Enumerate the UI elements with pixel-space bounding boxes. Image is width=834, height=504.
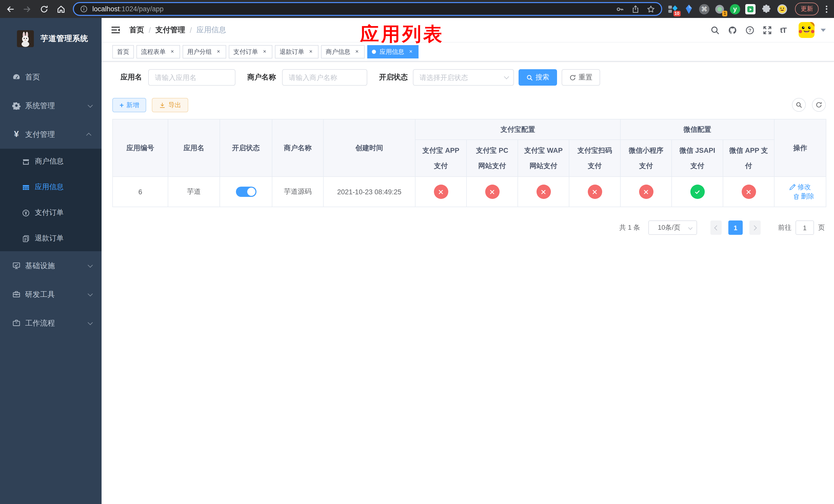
- search-button[interactable]: 搜索: [519, 69, 557, 86]
- navbar-actions: ? tT: [710, 22, 826, 38]
- tag-merchant-info[interactable]: 商户信息: [321, 45, 365, 59]
- merchant-name-input[interactable]: [282, 69, 367, 86]
- share-icon[interactable]: [631, 5, 640, 13]
- sidebar-item-label: 研发工具: [25, 290, 88, 299]
- next-page-button[interactable]: [749, 221, 761, 235]
- status-label: 开启状态: [379, 73, 408, 82]
- back-button[interactable]: [6, 4, 15, 14]
- status-check-icon: [690, 185, 704, 199]
- collapse-sidebar-button[interactable]: [111, 25, 120, 35]
- caret-down-icon[interactable]: [821, 28, 826, 31]
- col-header-created: 创建时间: [323, 119, 415, 177]
- extension-puzzle-icon[interactable]: [761, 3, 772, 15]
- trash-icon: [793, 193, 799, 200]
- extension-recorder-icon[interactable]: 1: [714, 3, 725, 15]
- close-icon[interactable]: [169, 49, 175, 55]
- sidebar-item-devtools[interactable]: 研发工具: [0, 280, 102, 308]
- edit-link[interactable]: 修改: [789, 182, 811, 191]
- goto-page-input[interactable]: [795, 221, 814, 235]
- edit-link-label: 修改: [797, 182, 811, 191]
- dashboard-icon: [12, 73, 21, 81]
- tag-app-info[interactable]: 应用信息: [367, 45, 419, 59]
- browser-update-button[interactable]: 更新: [795, 3, 819, 15]
- search-icon[interactable]: [710, 25, 720, 35]
- fullscreen-icon[interactable]: [763, 25, 772, 35]
- sidebar-item-workflow[interactable]: 工作流程: [0, 308, 102, 337]
- breadcrumb-home[interactable]: 首页: [129, 25, 144, 35]
- status-select-input[interactable]: [413, 69, 514, 86]
- show-search-button[interactable]: [792, 98, 806, 112]
- refresh-button[interactable]: [812, 98, 826, 112]
- plus-icon: [119, 101, 124, 109]
- export-button-label: 导出: [168, 101, 181, 110]
- close-icon[interactable]: [354, 49, 360, 55]
- tag-home[interactable]: 首页: [112, 45, 134, 59]
- breadcrumb-payment[interactable]: 支付管理: [155, 25, 185, 35]
- sidebar-item-label: 系统管理: [25, 101, 88, 111]
- filter-form: 应用名 商户名称 开启状态 搜索 重置: [112, 69, 826, 86]
- page-size-label: 10条/页: [658, 223, 680, 232]
- add-button[interactable]: 新增: [112, 98, 146, 112]
- sidebar-item-refund-order[interactable]: 退款订单: [0, 226, 102, 251]
- forward-button[interactable]: [23, 4, 32, 14]
- tag-label: 应用信息: [379, 47, 404, 56]
- extension-gem-icon[interactable]: [683, 3, 695, 15]
- chevron-down-icon: [88, 320, 93, 325]
- bookmark-star-icon[interactable]: [647, 5, 655, 13]
- password-key-icon[interactable]: [616, 5, 624, 13]
- url-bar[interactable]: localhost:1024/pay/app: [73, 2, 662, 16]
- close-icon[interactable]: [262, 49, 268, 55]
- sidebar-item-pay-order[interactable]: 支付订单: [0, 200, 102, 226]
- chevron-down-icon: [88, 291, 93, 296]
- sidebar-item-app-info[interactable]: 应用信息: [0, 174, 102, 200]
- site-info-icon[interactable]: [80, 5, 88, 13]
- sidebar-item-home[interactable]: 首页: [0, 63, 102, 91]
- export-button[interactable]: 导出: [152, 98, 188, 112]
- sidebar-item-infrastructure[interactable]: 基础设施: [0, 251, 102, 280]
- enabled-toggle[interactable]: [236, 187, 256, 197]
- sidebar-item-system[interactable]: 系统管理: [0, 91, 102, 120]
- tag-process-form[interactable]: 流程表单: [136, 45, 180, 59]
- page-1-button[interactable]: 1: [728, 221, 743, 235]
- shop-icon: [22, 158, 30, 165]
- sidebar-item-merchant-info[interactable]: 商户信息: [0, 149, 102, 174]
- gear-icon: [12, 101, 21, 110]
- font-size-icon[interactable]: tT: [780, 26, 786, 35]
- active-dot: [372, 50, 376, 54]
- close-icon[interactable]: [308, 49, 314, 55]
- sidebar-item-label: 支付订单: [35, 208, 91, 217]
- avatar[interactable]: [798, 22, 814, 38]
- yen-icon: ¥: [12, 130, 21, 138]
- extension-y-icon[interactable]: y: [730, 4, 740, 14]
- tag-refund-order[interactable]: 退款订单: [275, 45, 319, 59]
- close-icon[interactable]: [408, 49, 414, 55]
- delete-link-label: 删除: [801, 192, 814, 201]
- home-button[interactable]: [57, 4, 66, 14]
- extensions-row: 10 ⌘ 1 y: [667, 3, 788, 15]
- help-icon[interactable]: ?: [745, 25, 754, 35]
- tag-label: 流程表单: [141, 47, 166, 56]
- extension-chat-icon[interactable]: [745, 3, 756, 15]
- extension-smiley-icon[interactable]: [776, 3, 788, 15]
- page-size-select[interactable]: 10条/页: [648, 221, 697, 235]
- col-header-alipay-wap: 支付宝 WAP 网站支付: [518, 140, 569, 177]
- extension-command-icon[interactable]: ⌘: [699, 4, 709, 14]
- status-select[interactable]: [413, 69, 514, 86]
- url-host: localhost: [92, 5, 120, 13]
- reload-button[interactable]: [40, 4, 49, 14]
- reset-button[interactable]: 重置: [562, 69, 600, 86]
- app-name-input[interactable]: [148, 69, 236, 86]
- chevron-down-icon: [88, 262, 93, 267]
- tag-user-group[interactable]: 用户分组: [182, 45, 226, 59]
- github-icon[interactable]: [728, 25, 737, 35]
- cell-app-name: 芋道: [168, 177, 220, 207]
- sidebar-item-payment[interactable]: ¥ 支付管理: [0, 120, 102, 149]
- extension-sidekick-icon[interactable]: 10: [667, 3, 679, 15]
- cell-merchant: 芋道源码: [272, 177, 323, 207]
- prev-page-button[interactable]: [710, 221, 722, 235]
- col-header-merchant: 商户名称: [272, 119, 323, 177]
- delete-link[interactable]: 删除: [793, 192, 814, 201]
- tag-pay-order[interactable]: 支付订单: [229, 45, 272, 59]
- close-icon[interactable]: [215, 49, 222, 55]
- browser-menu-icon[interactable]: [823, 4, 830, 14]
